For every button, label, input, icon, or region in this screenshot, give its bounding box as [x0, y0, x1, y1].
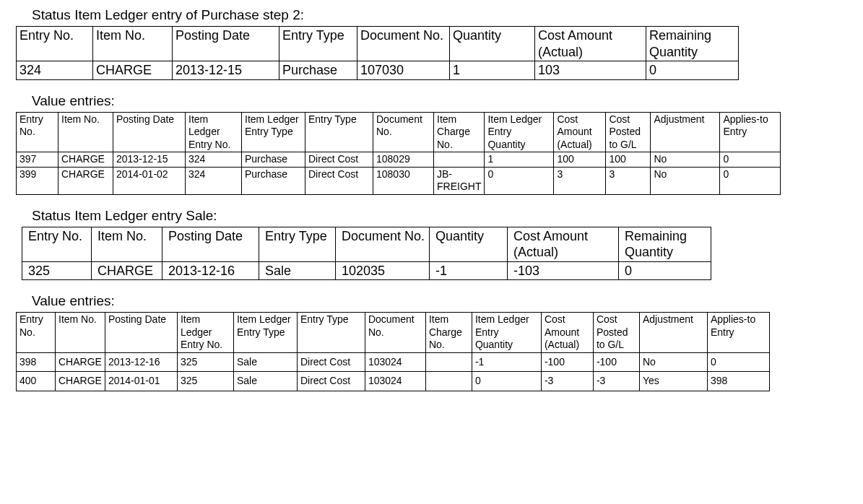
col-header: Adjustment [639, 313, 707, 353]
cell: JB-FREIGHT [434, 167, 485, 194]
table-header-row: Entry No. Item No. Posting Date Item Led… [17, 313, 770, 353]
col-header: Cost Posted to G/L [593, 313, 639, 353]
cell: No [651, 152, 720, 168]
cell: Yes [639, 372, 707, 391]
col-header: Entry Type [297, 313, 365, 353]
cell: 2014-01-01 [105, 372, 177, 391]
col-header: Document No. [336, 227, 430, 261]
col-header: Applies-to Entry [707, 313, 769, 353]
cell: 108029 [373, 152, 434, 168]
col-header: Quantity [450, 27, 535, 61]
cell: 103024 [365, 352, 425, 372]
cell: Purchase [242, 167, 305, 194]
cell: 0 [485, 167, 554, 194]
cell: -100 [593, 352, 639, 372]
col-header: Item Ledger Entry Type [233, 313, 297, 353]
section1-title: Status Item Ledger entry of Purchase ste… [32, 7, 854, 23]
cell: 3 [606, 167, 651, 194]
col-header: Entry Type [259, 227, 336, 261]
cell: 0 [619, 261, 711, 280]
cell: 324 [186, 167, 242, 194]
col-header: Adjustment [651, 112, 720, 152]
col-header: Posting Date [173, 27, 279, 61]
cell: 325 [177, 352, 233, 372]
cell: Direct Cost [297, 372, 365, 391]
table-sale-ledger: Entry No. Item No. Posting Date Entry Ty… [22, 227, 711, 281]
col-header: Entry No. [17, 27, 93, 61]
cell: -100 [541, 352, 593, 372]
col-header: Remaining Quantity [646, 27, 739, 61]
cell: 0 [720, 152, 781, 168]
table-row: 398 CHARGE 2013-12-16 325 Sale Direct Co… [17, 352, 770, 372]
cell: 397 [17, 152, 58, 168]
col-header: Item No. [58, 112, 113, 152]
col-header: Cost Posted to G/L [606, 112, 651, 152]
cell: 0 [720, 167, 781, 194]
col-header: Item No. [92, 227, 162, 261]
cell: Purchase [242, 152, 305, 168]
table-header-row: Entry No. Item No. Posting Date Entry Ty… [17, 27, 739, 61]
cell: 0 [707, 352, 769, 372]
cell: 100 [606, 152, 651, 168]
cell: 400 [17, 372, 56, 391]
col-header: Entry Type [279, 27, 357, 61]
cell: 100 [554, 152, 606, 168]
cell: CHARGE [93, 61, 173, 80]
cell: Sale [233, 372, 297, 391]
col-header: Item Ledger Entry Type [242, 112, 305, 152]
cell: 2013-12-16 [105, 352, 177, 372]
col-header: Posting Date [162, 227, 259, 261]
cell: Purchase [279, 61, 357, 80]
col-header: Document No. [373, 112, 434, 152]
cell: CHARGE [56, 372, 105, 391]
col-header: Document No. [357, 27, 450, 61]
cell: -1 [430, 261, 508, 280]
section3-title: Status Item Ledger entry Sale: [32, 208, 854, 224]
table-purchase-ledger: Entry No. Item No. Posting Date Entry Ty… [16, 26, 739, 80]
cell: 2013-12-15 [113, 152, 186, 168]
table-row: 324 CHARGE 2013-12-15 Purchase 107030 1 … [17, 61, 739, 80]
col-header: Item Ledger Entry Quantity [472, 313, 541, 353]
table-row: 325 CHARGE 2013-12-16 Sale 102035 -1 -10… [22, 261, 711, 280]
cell: Direct Cost [305, 167, 373, 194]
col-header: Cost Amount (Actual) [541, 313, 593, 353]
col-header: Cost Amount (Actual) [554, 112, 606, 152]
col-header: Item Charge No. [425, 313, 472, 353]
cell: Direct Cost [305, 152, 373, 168]
col-header: Document No. [365, 313, 425, 353]
cell: Sale [233, 352, 297, 372]
cell: 1 [450, 61, 535, 80]
col-header: Item No. [56, 313, 105, 353]
cell: CHARGE [56, 352, 105, 372]
col-header: Item Ledger Entry Quantity [485, 112, 554, 152]
cell: CHARGE [58, 167, 113, 194]
cell: 398 [707, 372, 769, 391]
col-header: Quantity [430, 227, 508, 261]
col-header: Entry No. [17, 313, 56, 353]
cell: No [651, 167, 720, 194]
cell: 1 [485, 152, 554, 168]
cell: Sale [259, 261, 336, 280]
table-value-entries-sale: Entry No. Item No. Posting Date Item Led… [16, 312, 770, 391]
col-header: Remaining Quantity [619, 227, 711, 261]
cell: 103 [535, 61, 646, 80]
col-header: Item Ledger Entry No. [177, 313, 233, 353]
cell: 103024 [365, 372, 425, 391]
cell: CHARGE [58, 152, 113, 168]
cell: -1 [472, 352, 541, 372]
table-header-row: Entry No. Item No. Posting Date Entry Ty… [22, 227, 711, 261]
col-header: Applies-to Entry [720, 112, 781, 152]
cell: 324 [17, 61, 93, 80]
cell: 108030 [373, 167, 434, 194]
cell: 0 [472, 372, 541, 391]
section4-title: Value entries: [32, 293, 854, 309]
cell [425, 372, 472, 391]
col-header: Item Charge No. [434, 112, 485, 152]
cell: 2014-01-02 [113, 167, 186, 194]
cell: -103 [508, 261, 619, 280]
cell: 325 [22, 261, 92, 280]
cell: 102035 [336, 261, 430, 280]
cell: 107030 [357, 61, 450, 80]
cell: 399 [17, 167, 58, 194]
table-header-row: Entry No. Item No. Posting Date Item Led… [17, 112, 781, 152]
